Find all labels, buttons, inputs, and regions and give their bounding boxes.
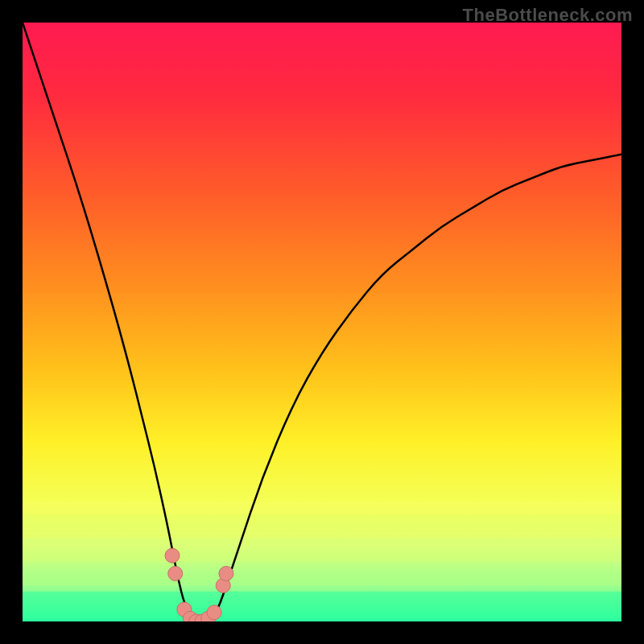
plot-area: [23, 23, 621, 621]
gradient-band: [23, 526, 621, 538]
watermark-text: TheBottleneck.com: [463, 5, 633, 26]
data-marker: [207, 605, 221, 620]
data-marker: [219, 566, 233, 580]
data-marker: [168, 566, 183, 580]
chart-svg: [23, 23, 621, 621]
data-marker: [165, 548, 180, 563]
gradient-band: [23, 573, 621, 585]
chart-frame: TheBottleneck.com: [0, 0, 644, 644]
gradient-band: [23, 502, 621, 514]
gradient-band: [23, 550, 621, 562]
gradient-band: [23, 592, 621, 621]
